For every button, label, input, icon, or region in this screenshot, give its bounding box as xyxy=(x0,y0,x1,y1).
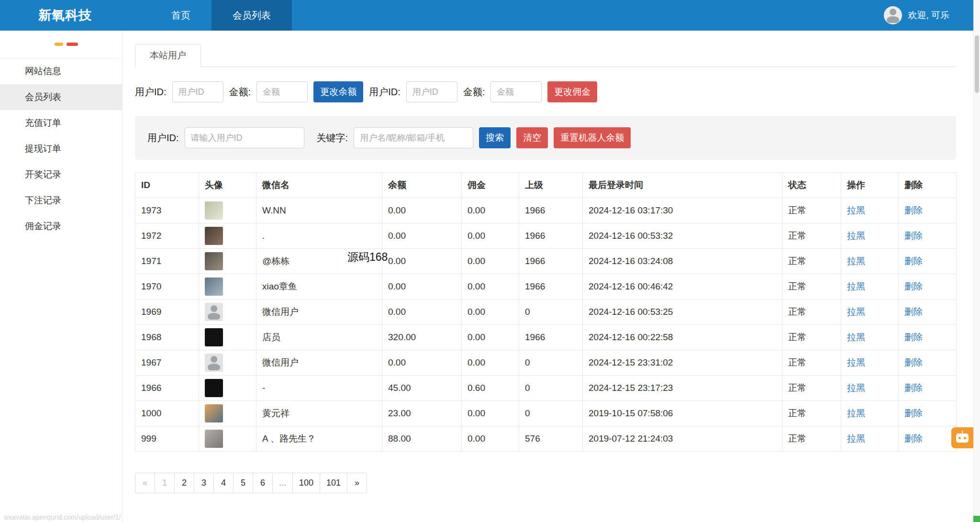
blacklist-link[interactable]: 拉黑 xyxy=(847,332,865,342)
column-header: ID xyxy=(135,173,199,198)
page-101[interactable]: 101 xyxy=(320,473,347,493)
page-6[interactable]: 6 xyxy=(253,473,273,493)
brand-logo: 新氧科技 xyxy=(38,7,92,24)
navbar-menu: 首页会员列表 xyxy=(150,0,292,31)
search-user-id-input[interactable] xyxy=(185,127,304,148)
blacklist-link[interactable]: 拉黑 xyxy=(847,383,865,393)
cell-status: 正常 xyxy=(782,274,841,300)
users-table-body: 1973W.NN0.000.0019662024-12-16 03:17:30正… xyxy=(135,198,957,452)
cell-avatar xyxy=(199,426,256,452)
user-avatar-icon xyxy=(884,6,902,24)
user-avatar xyxy=(205,430,223,448)
keyword-input[interactable] xyxy=(354,127,473,148)
delete-link[interactable]: 删除 xyxy=(904,307,923,317)
cell-delete: 删除 xyxy=(899,198,957,223)
cell-action: 拉黑 xyxy=(841,198,899,223)
reset-robot-balance-button[interactable]: 重置机器人余额 xyxy=(554,127,631,148)
blacklist-link[interactable]: 拉黑 xyxy=(847,281,865,291)
logo-dash-yellow-icon xyxy=(55,43,63,46)
balance-amount-input[interactable] xyxy=(256,81,308,102)
cell-id: 1000 xyxy=(135,401,199,426)
cell-commission: 0.00 xyxy=(462,274,519,300)
user-avatar xyxy=(205,354,223,372)
user-avatar xyxy=(205,201,223,220)
commission-amount-input[interactable] xyxy=(490,81,542,102)
person-icon xyxy=(205,354,223,372)
page-5[interactable]: 5 xyxy=(233,473,253,493)
cell-parent: 1966 xyxy=(519,325,583,350)
delete-link[interactable]: 删除 xyxy=(904,357,923,367)
column-header: 操作 xyxy=(841,173,899,198)
nav-item-home[interactable]: 首页 xyxy=(150,0,212,31)
search-button[interactable]: 搜索 xyxy=(479,127,511,148)
sidebar-item-withdraw-orders[interactable]: 提现订单 xyxy=(0,136,122,162)
cell-last-login: 2024-12-16 00:46:42 xyxy=(583,274,782,300)
table-row: 1968店员320.000.0019662024-12-16 00:22:58正… xyxy=(135,325,957,350)
sidebar-item-member-list[interactable]: 会员列表 xyxy=(0,84,122,110)
sidebar-item-site-info[interactable]: 网站信息 xyxy=(0,58,122,84)
cell-status: 正常 xyxy=(782,350,841,376)
cell-action: 拉黑 xyxy=(841,249,899,274)
cell-commission: 0.00 xyxy=(462,198,519,223)
cell-status: 正常 xyxy=(782,401,841,426)
delete-link[interactable]: 删除 xyxy=(904,383,923,393)
change-commission-button[interactable]: 更改佣金 xyxy=(547,81,597,102)
balance-user-id-input[interactable] xyxy=(172,81,223,102)
blacklist-link[interactable]: 拉黑 xyxy=(847,357,865,367)
delete-link[interactable]: 删除 xyxy=(904,281,923,291)
blacklist-link[interactable]: 拉黑 xyxy=(847,307,865,317)
blacklist-link[interactable]: 拉黑 xyxy=(847,408,865,418)
watermark-text: 源码168 xyxy=(347,250,388,265)
keyword-label: 关键字: xyxy=(317,132,348,144)
cell-last-login: 2024-12-16 03:24:08 xyxy=(583,249,782,274)
cell-balance: 88.00 xyxy=(382,426,462,452)
scrollbar[interactable] xyxy=(973,0,980,522)
cell-wechat-name: W.NN xyxy=(256,198,382,223)
blacklist-link[interactable]: 拉黑 xyxy=(847,433,865,444)
cell-wechat-name: 黄元祥 xyxy=(256,401,382,426)
tab-site-users[interactable]: 本站用户 xyxy=(135,44,201,67)
clear-button[interactable]: 清空 xyxy=(516,127,548,148)
cell-commission: 0.00 xyxy=(462,325,519,350)
scrollbar-thumb[interactable] xyxy=(975,35,979,93)
cell-delete: 删除 xyxy=(899,249,957,274)
cell-status: 正常 xyxy=(782,249,841,274)
sidebar-item-recharge-orders[interactable]: 充值订单 xyxy=(0,110,122,136)
delete-link[interactable]: 删除 xyxy=(904,332,923,342)
page-4[interactable]: 4 xyxy=(213,473,234,493)
column-header: 佣金 xyxy=(462,173,519,198)
cell-parent: 1966 xyxy=(519,198,583,223)
cell-parent: 1966 xyxy=(519,223,583,249)
sidebar-item-commission-records[interactable]: 佣金记录 xyxy=(0,213,122,239)
page-3[interactable]: 3 xyxy=(194,473,214,493)
cell-balance: 0.00 xyxy=(382,350,462,376)
blacklist-link[interactable]: 拉黑 xyxy=(847,256,865,266)
page-2[interactable]: 2 xyxy=(174,473,194,493)
delete-link[interactable]: 删除 xyxy=(904,231,923,241)
commission-user-id-input[interactable] xyxy=(406,81,457,102)
user-avatar xyxy=(205,278,223,296)
user-avatar xyxy=(205,404,223,422)
blacklist-link[interactable]: 拉黑 xyxy=(847,205,865,215)
user-avatar xyxy=(205,252,223,270)
page-next[interactable]: » xyxy=(347,473,367,493)
corner-widget xyxy=(973,516,980,522)
cell-commission: 0.00 xyxy=(462,350,519,376)
sidebar-item-bet-records[interactable]: 下注记录 xyxy=(0,188,122,213)
delete-link[interactable]: 删除 xyxy=(904,205,923,215)
delete-link[interactable]: 删除 xyxy=(904,408,923,418)
sidebar-item-lottery-records[interactable]: 开奖记录 xyxy=(0,162,122,188)
cell-avatar xyxy=(199,300,256,325)
change-balance-button[interactable]: 更改余额 xyxy=(313,81,363,102)
page-100[interactable]: 100 xyxy=(292,473,320,493)
user-menu[interactable]: 欢迎, 可乐 xyxy=(884,6,949,24)
cell-action: 拉黑 xyxy=(841,325,899,350)
cell-id: 1970 xyxy=(135,274,199,300)
nav-item-member-list[interactable]: 会员列表 xyxy=(212,0,292,31)
table-row: 1970xiao章鱼0.000.0019662024-12-16 00:46:4… xyxy=(135,274,957,300)
delete-link[interactable]: 删除 xyxy=(904,433,923,444)
table-row: 1973W.NN0.000.0019662024-12-16 03:17:30正… xyxy=(135,198,957,223)
delete-link[interactable]: 删除 xyxy=(904,256,923,266)
customer-service-button[interactable] xyxy=(951,427,973,448)
blacklist-link[interactable]: 拉黑 xyxy=(847,231,865,241)
